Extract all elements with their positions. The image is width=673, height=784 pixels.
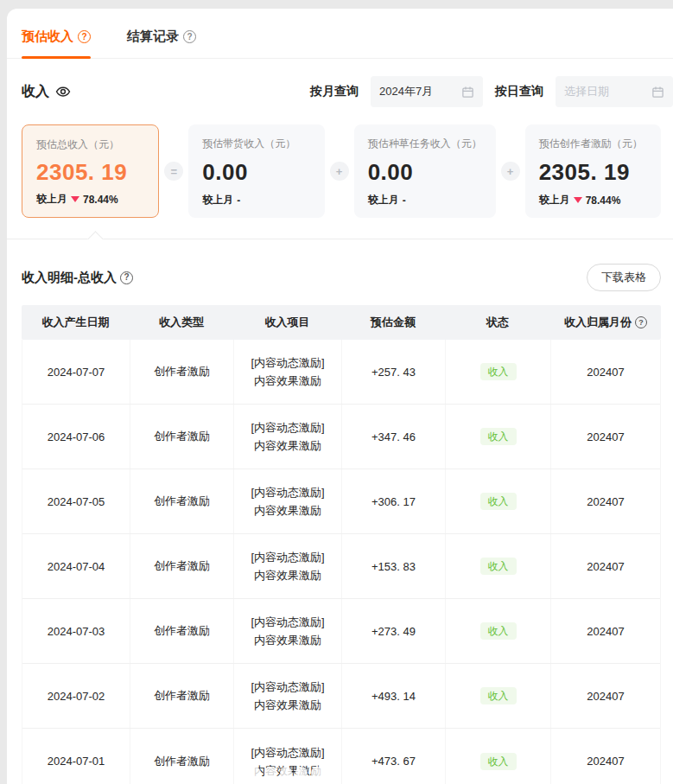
card-title: 预估种草任务收入（元） [368,137,482,151]
plus-icon: + [330,162,349,181]
cell-status: 收入 [446,599,551,663]
project-line-1: [内容动态激励] [251,743,324,762]
table-row[interactable]: 2024-07-03 创作者激励 [内容动态激励] 内容效果激励 +273. 4… [22,599,660,664]
cell-project: [内容动态激励] 内容效果激励 [234,340,342,404]
card-total-income[interactable]: 预估总收入（元） 2305. 19 较上月 78.44% [22,124,159,218]
project-line-1: [内容动态激励] [251,354,324,372]
help-icon[interactable]: ? [183,30,196,43]
cell-amount: +257. 43 [342,340,446,404]
detail-pointer-notch [87,231,103,246]
status-badge: 收入 [480,622,517,640]
card-seeding-task-income[interactable]: 预估种草任务收入（元） 0.00 较上月 - [354,124,496,218]
project-line-2: 内容效果激励 [254,501,321,519]
project-line-2: 内容效果激励 [254,437,321,455]
cell-month: 202407 [551,664,660,728]
cell-status: 收入 [446,729,551,784]
cell-status: 收入 [446,534,551,598]
help-icon[interactable]: ? [635,316,647,328]
cell-month: 202407 [551,469,660,533]
table-row[interactable]: 2024-07-04 创作者激励 [内容动态激励] 内容效果激励 +153. 8… [22,534,660,599]
cell-amount: +306. 17 [342,469,446,533]
card-delta: 较上月 78.44% [539,193,647,207]
card-delta: 较上月 - [368,193,482,207]
table-row[interactable]: 2024-07-05 创作者激励 [内容动态激励] 内容效果激励 +306. 1… [22,469,660,534]
col-header-month: 收入归属月份 ? [550,315,661,330]
cell-project: [内容动态激励] 内容效果激励 [234,534,342,598]
detail-section-title: 收入明细-总收入 ? [22,270,133,286]
cell-month: 202407 [551,405,660,468]
status-badge: 收入 [480,558,517,575]
table-body: 2024-07-07 创作者激励 [内容动态激励] 内容效果激励 +257. 4… [22,340,661,784]
cell-month: 202407 [551,340,660,404]
income-title: 收入 [22,83,71,101]
cell-amount: +273. 49 [342,599,446,663]
table-row[interactable]: 2024-07-01 创作者激励 [内容动态激励] 内容效果激励 +473. 6… [22,729,660,784]
tab-settlement-records-label: 结算记录 [127,29,179,45]
cell-date: 2024-07-02 [22,664,130,728]
card-delta: 较上月 78.44% [36,192,144,207]
project-line-1: [内容动态激励] [251,613,324,631]
help-icon[interactable]: ? [78,30,91,43]
tab-settlement-records[interactable]: 结算记录 ? [127,29,196,57]
cell-project: [内容动态激励] 内容效果激励 [234,469,342,533]
arrow-down-icon [574,197,582,203]
project-line-1: [内容动态激励] [251,548,324,566]
cell-status: 收入 [446,340,551,404]
project-line-1: [内容动态激励] [251,678,324,696]
cell-type: 创作者激励 [130,664,234,728]
tab-estimated-income[interactable]: 预估收入 ? [22,29,91,57]
card-title: 预估创作者激励（元） [539,137,647,151]
cell-month: 202407 [551,534,660,598]
status-badge: 收入 [480,428,517,445]
cell-project: [内容动态激励] 内容效果激励 [234,664,342,728]
col-header-type: 收入类型 [130,315,233,330]
cell-date: 2024-07-03 [22,599,130,663]
download-table-button[interactable]: 下载表格 [587,264,661,291]
month-picker-value: 2024年7月 [379,84,433,99]
col-header-amount: 预估金额 [341,315,445,330]
col-header-date: 收入产生日期 [22,315,130,330]
main-panel: 预估收入 ? 结算记录 ? 收入 按月查询 2024年7月 按日查询 [7,9,673,784]
project-line-1: [内容动态激励] [251,418,324,437]
project-line-2: 内容效果激励 [254,762,321,780]
cell-status: 收入 [446,664,551,728]
cell-month: 202407 [551,599,660,663]
col-header-project: 收入项目 [233,315,341,330]
status-badge: 收入 [480,687,517,704]
detail-section-header: 收入明细-总收入 ? 下载表格 [22,264,661,291]
calendar-icon [461,86,474,99]
card-title: 预估总收入（元） [36,137,144,152]
status-badge: 收入 [480,363,517,380]
table-row[interactable]: 2024-07-02 创作者激励 [内容动态激励] 内容效果激励 +493. 1… [22,664,660,729]
cell-date: 2024-07-04 [22,534,130,598]
help-icon[interactable]: ? [120,271,133,284]
cell-project: [内容动态激励] 内容效果激励 [234,599,342,663]
project-line-1: [内容动态激励] [251,483,324,501]
cell-amount: +347. 46 [342,405,446,468]
col-header-status: 状态 [445,315,550,330]
cell-project: [内容动态激励] 内容效果激励 [234,405,342,468]
card-creator-incentive[interactable]: 预估创作者激励（元） 2305. 19 较上月 78.44% [525,124,661,218]
eye-icon[interactable] [55,84,71,99]
month-query-label: 按月查询 [310,84,359,99]
cell-amount: +473. 67 [342,729,446,784]
table-header-row: 收入产生日期 收入类型 收入项目 预估金额 状态 收入归属月份 ? [22,305,661,340]
card-sales-income[interactable]: 预估带货收入（元） 0.00 较上月 - [188,124,324,218]
project-line-2: 内容效果激励 [254,566,321,584]
arrow-down-icon [71,196,79,202]
status-badge: 收入 [480,753,517,770]
month-picker[interactable]: 2024年7月 [371,76,483,107]
cell-type: 创作者激励 [130,405,234,468]
cell-date: 2024-07-05 [22,469,130,533]
card-value: 0.00 [202,159,310,186]
day-query-label: 按日查询 [495,84,543,99]
cell-date: 2024-07-06 [22,405,130,468]
card-value: 0.00 [368,159,482,186]
table-row[interactable]: 2024-07-06 创作者激励 [内容动态激励] 内容效果激励 +347. 4… [22,405,660,469]
cell-type: 创作者激励 [130,729,234,784]
cards-detail-divider [7,239,673,239]
day-picker[interactable]: 选择日期 [556,76,673,107]
table-row[interactable]: 2024-07-07 创作者激励 [内容动态激励] 内容效果激励 +257. 4… [22,340,660,405]
income-filter-row: 收入 按月查询 2024年7月 按日查询 选择日期 [7,59,673,107]
card-value: 2305. 19 [539,159,647,186]
